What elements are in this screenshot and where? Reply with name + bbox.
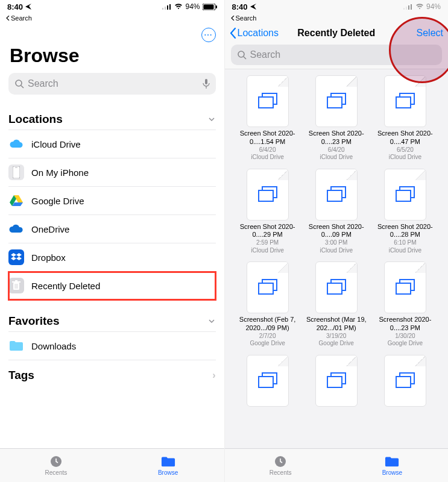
file-item[interactable]: Screen Shot 2020-0....29 PM 2:59 PM iClo… [235, 169, 301, 258]
file-date: 1/30/20 [395, 333, 415, 340]
favorites-title: Favorites [8, 315, 59, 328]
location-recently-deleted[interactable]: Recently Deleted [8, 272, 216, 300]
svg-rect-38 [396, 97, 411, 108]
screenshot-icon [395, 279, 415, 296]
file-thumbnail [315, 261, 358, 313]
clock-icon [273, 455, 288, 468]
svg-rect-5 [203, 4, 213, 9]
screenshot-icon [395, 372, 415, 389]
file-item[interactable]: Screenshot (Feb 7, 2020.../09 PM) 2/7/20… [235, 261, 301, 351]
svg-marker-18 [11, 257, 16, 260]
tab-label: Recents [270, 469, 292, 476]
file-item[interactable]: Screen Shot 2020-0....23 PM 6/4/20 iClou… [303, 75, 370, 165]
wifi-icon [174, 4, 183, 10]
svg-rect-40 [259, 190, 273, 201]
svg-rect-42 [327, 190, 342, 201]
folder-icon [8, 338, 24, 354]
file-item[interactable] [235, 355, 301, 413]
search-placeholder: Search [250, 49, 437, 60]
locations-title: Locations [8, 113, 63, 126]
file-location: iCloud Drive [389, 154, 421, 161]
svg-rect-34 [259, 97, 273, 108]
location-icloud[interactable]: iCloud Drive [8, 130, 216, 158]
battery-icon [203, 4, 217, 10]
back-to-search[interactable]: Search [0, 13, 224, 24]
locations-header[interactable]: Locations [8, 107, 216, 130]
favorite-downloads[interactable]: Downloads [8, 332, 216, 360]
status-bar: 8:40 94% [0, 0, 224, 13]
nav-title: Recently Deleted [297, 28, 375, 39]
file-thumbnail [384, 169, 426, 221]
file-name: Screenshot (Mar 19, 202.../01 PM) [306, 316, 367, 333]
signal-icon [403, 4, 413, 10]
location-google-drive[interactable]: Google Drive [8, 187, 216, 215]
svg-rect-3 [169, 4, 171, 10]
screenshot-icon [257, 186, 278, 203]
svg-rect-22 [15, 280, 17, 281]
tags-header[interactable]: Tags › [8, 360, 216, 388]
back-to-search[interactable]: Search [225, 13, 449, 24]
file-name: Screen Shot 2020-0....09 PM [306, 223, 367, 240]
file-item[interactable]: Screen Shot 2020-0....1.54 PM 6/4/20 iCl… [235, 75, 301, 165]
svg-rect-52 [259, 377, 273, 387]
select-button[interactable]: Select [417, 28, 443, 39]
wifi-icon [415, 4, 424, 10]
svg-rect-48 [327, 283, 342, 294]
chevron-down-icon [207, 317, 216, 325]
favorites-header[interactable]: Favorites [8, 308, 216, 332]
back-button[interactable]: Locations [230, 28, 279, 39]
file-name: Screen Shot 2020-0....28 PM [375, 223, 435, 240]
trash-icon [8, 278, 24, 293]
file-item[interactable]: Screen Shot 2020-0....47 PM 6/5/20 iClou… [372, 75, 438, 165]
onedrive-icon [8, 221, 24, 237]
svg-line-32 [244, 57, 246, 59]
time-text: 8:40 [232, 2, 248, 11]
screenshot-icon [326, 93, 347, 110]
file-thumbnail [247, 355, 289, 407]
file-location: Google Drive [388, 340, 423, 348]
file-item[interactable] [303, 355, 370, 413]
folder-icon [385, 455, 399, 468]
location-on-my-iphone[interactable]: On My iPhone [8, 158, 216, 187]
folder-icon [161, 455, 175, 468]
file-location: Google Drive [250, 340, 285, 348]
more-button[interactable]: ⋯ [201, 28, 216, 42]
location-onedrive[interactable]: OneDrive [8, 215, 216, 243]
back-tiny-label: Search [236, 14, 257, 22]
svg-rect-2 [167, 5, 168, 10]
recently-deleted-screen: 8:40 94% Search Locations Recently Del [224, 0, 449, 482]
battery-text: 94% [185, 2, 200, 11]
file-location: iCloud Drive [389, 247, 421, 255]
tab-browse[interactable]: Browse [336, 449, 448, 482]
mic-icon[interactable] [203, 78, 210, 89]
svg-rect-0 [162, 8, 163, 10]
tab-recents[interactable]: Recents [225, 449, 336, 482]
svg-rect-50 [396, 283, 411, 294]
svg-rect-30 [411, 4, 412, 10]
search-input[interactable]: Search [8, 73, 216, 95]
file-thumbnail [384, 261, 426, 313]
svg-rect-56 [396, 377, 411, 387]
chevron-down-icon [207, 115, 216, 124]
location-dropbox[interactable]: Dropbox [8, 243, 216, 272]
file-item[interactable]: Screen Shot 2020-0....28 PM 6:10 PM iClo… [372, 169, 438, 258]
location-icon [25, 4, 31, 10]
file-item[interactable]: Screen Shot 2020-0....09 PM 3:00 PM iClo… [303, 169, 370, 258]
svg-rect-12 [15, 167, 17, 168]
location-label: Google Drive [31, 196, 84, 206]
file-item[interactable] [372, 355, 438, 413]
time-text: 8:40 [7, 2, 23, 11]
screenshot-icon [395, 93, 415, 110]
search-input[interactable]: Search [231, 45, 443, 65]
file-item[interactable]: Screenshot (Mar 19, 202.../01 PM) 3/19/2… [303, 261, 370, 351]
svg-line-8 [21, 86, 24, 88]
location-label: Recently Deleted [31, 281, 100, 291]
file-item[interactable]: Screenshot 2020-0....23 PM 1/30/20 Googl… [372, 261, 438, 351]
search-icon [237, 50, 247, 60]
tab-recents[interactable]: Recents [0, 449, 112, 482]
search-icon [14, 79, 24, 89]
tab-browse[interactable]: Browse [112, 449, 224, 482]
battery-text: 94% [426, 2, 441, 11]
svg-rect-28 [406, 7, 407, 10]
file-location: iCloud Drive [320, 154, 353, 161]
